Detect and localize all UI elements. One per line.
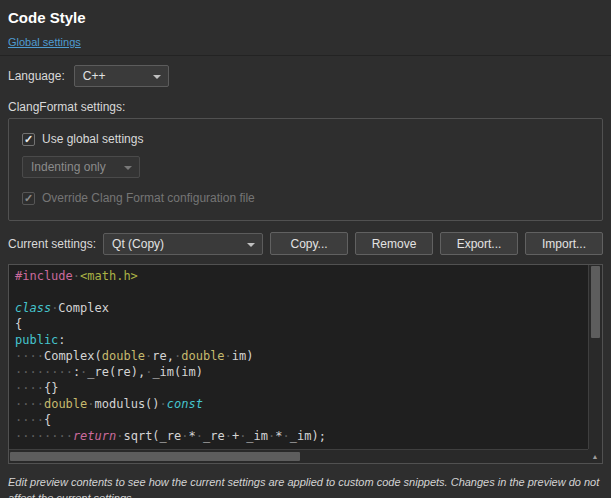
footer-note: Edit preview contents to see how the cur… [0,464,611,498]
code-line: ····double·modulus()·const [15,396,588,412]
scroll-arrow-icon: ▲ [592,453,599,460]
checkbox-box: ✓ [22,133,35,146]
horizontal-scrollbar-thumb[interactable] [10,452,300,461]
code-line: ········:·_re(re),·_im(im) [15,364,588,380]
settings-buttons: Copy...RemoveExport...Import... [270,232,603,255]
code-token: * [275,429,282,443]
code-token: { [44,413,51,427]
code-token: Complex [58,301,109,315]
code-token: <math.h> [80,269,138,283]
code-token: class [15,301,51,315]
global-settings-link[interactable]: Global settings [8,36,81,48]
code-token: return [73,429,116,443]
language-row: Language: C++ [0,56,611,90]
code-token: _im [246,429,268,443]
code-line: public: [15,332,588,348]
override-clang-checkbox: ✓ Override Clang Format configuration fi… [22,191,589,205]
code-preview-editor[interactable]: #include·<math.h> class·Complex{public:·… [8,264,603,464]
code-line: class·Complex [15,300,588,316]
use-global-settings-checkbox[interactable]: ✓ Use global settings [22,132,589,146]
code-line: ····{ [15,412,588,428]
clangformat-group-label: ClangFormat settings: [0,90,611,118]
clangformat-groupbox: ✓ Use global settings Indenting only ✓ O… [8,118,603,221]
checkbox-box: ✓ [22,192,35,205]
chevron-down-icon [124,166,132,170]
indent-mode-dropdown: Indenting only [22,156,140,178]
copy-button[interactable]: Copy... [270,232,348,255]
code-line: { [15,316,588,332]
code-token: re, [152,349,174,363]
code-token: public [15,333,58,347]
override-clang-label: Override Clang Format configuration file [42,191,255,205]
code-token: : [58,333,65,347]
code-line: ········return·sqrt(_re·*·_re·+·_im·*·_i… [15,428,588,444]
code-token: im) [232,349,254,363]
code-token: _im(im) [152,365,203,379]
code-area[interactable]: #include·<math.h> class·Complex{public:·… [9,265,588,449]
code-token: { [15,317,22,331]
language-dropdown-value: C++ [83,69,106,83]
code-line: ····{} [15,380,588,396]
code-token: double [181,349,224,363]
code-token: const [167,397,203,411]
code-token: sqrt(_re [123,429,181,443]
indent-mode-dropdown-value: Indenting only [31,160,106,174]
code-token: #include [15,269,73,283]
chevron-down-icon [153,75,161,79]
code-token: _re(re), [87,365,145,379]
code-token: modulus() [95,397,160,411]
use-global-settings-label: Use global settings [42,132,143,146]
current-settings-dropdown[interactable]: Qt (Copy) [103,233,263,255]
code-token: _im); [290,429,326,443]
code-token: Complex( [44,349,102,363]
code-token: {} [44,381,58,395]
remove-button[interactable]: Remove [355,232,433,255]
import-button[interactable]: Import... [525,232,603,255]
current-settings-label: Current settings: [8,237,96,251]
code-line [15,284,588,300]
horizontal-scrollbar[interactable] [9,449,588,463]
code-token: double [102,349,145,363]
language-dropdown[interactable]: C++ [74,65,169,87]
export-button[interactable]: Export... [440,232,518,255]
page-title: Code Style [0,0,611,26]
code-style-settings-page: Code Style Global settings Language: C++… [0,0,611,498]
current-settings-row: Current settings: Qt (Copy) Copy...Remov… [0,221,611,261]
code-token: * [189,429,196,443]
code-line: #include·<math.h> [15,268,588,284]
code-line: ····Complex(double·re,·double·im) [15,348,588,364]
vertical-scrollbar-thumb[interactable] [591,266,600,338]
code-token: _re [203,429,225,443]
chevron-down-icon [247,243,255,247]
vertical-scrollbar[interactable] [588,265,602,449]
scrollbar-corner: ▲ [588,449,602,463]
language-label: Language: [8,69,65,83]
code-token: double [44,397,87,411]
current-settings-dropdown-value: Qt (Copy) [112,237,164,251]
